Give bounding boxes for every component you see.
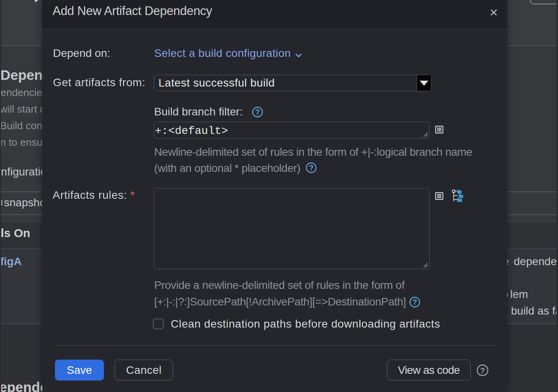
svg-text:?: ? (309, 164, 314, 172)
svg-text:?: ? (413, 298, 417, 306)
svg-text:?: ? (480, 366, 485, 375)
svg-text:?: ? (255, 108, 260, 116)
